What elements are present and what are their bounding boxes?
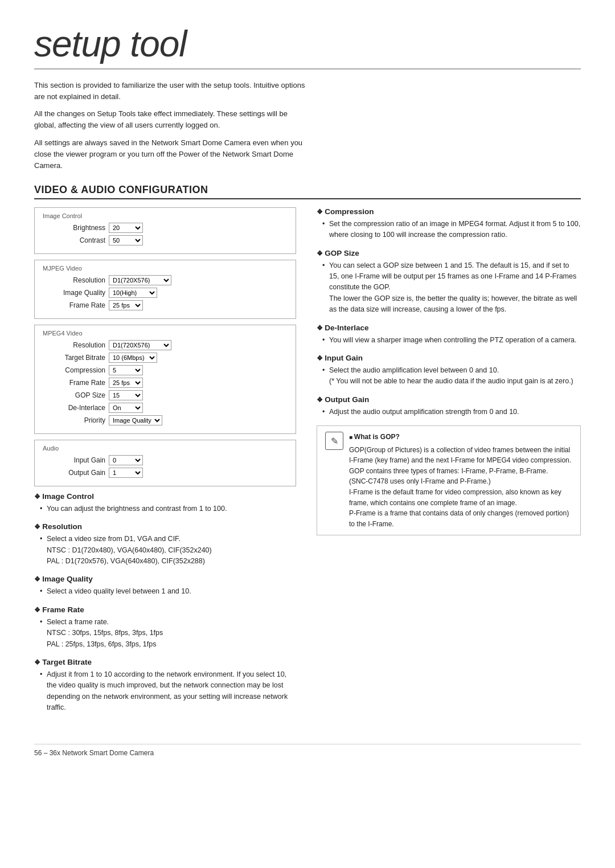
audio-label: Audio (43, 445, 288, 452)
contrast-select[interactable]: 50 (109, 235, 143, 245)
mpeg4-deinterlace-row: De-Interlace On (43, 403, 288, 413)
mjpeg-framerate-select[interactable]: 25 fps (109, 300, 143, 310)
image-control-box-label: Image Control (43, 212, 288, 219)
desc-input-gain-title: Input Gain (317, 354, 581, 362)
note-line-1: GOP(Group of Pictures) is a collection o… (349, 445, 572, 466)
mjpeg-label: MJPEG Video (43, 265, 288, 272)
intro-para2: All the changes on Setup Tools take effe… (34, 108, 308, 131)
outputgain-select[interactable]: 1 (109, 468, 143, 478)
right-column: Compression Set the compression ratio of… (317, 207, 581, 722)
mjpeg-imagequality-label: Image Quality (43, 289, 105, 297)
desc-image-quality-text: Select a video quality level between 1 a… (40, 586, 296, 597)
desc-resolution-text: Select a video size from D1, VGA and CIF… (40, 534, 296, 567)
desc-compression: Compression Set the compression ratio of… (317, 207, 581, 241)
outputgain-label: Output Gain (43, 469, 105, 477)
mpeg4-gopsize-select[interactable]: 15 (109, 390, 143, 400)
desc-output-gain: Output Gain Adjust the audio output ampl… (317, 395, 581, 417)
desc-frame-rate-title: Frame Rate (34, 605, 296, 614)
inputgain-label: Input Gain (43, 456, 105, 464)
desc-de-interlace-title: De-Interlace (317, 324, 581, 332)
mpeg4-video-box: MPEG4 Video Resolution D1(720X576) Targe… (34, 325, 296, 434)
note-content: What is GOP? GOP(Group of Pictures) is a… (349, 432, 572, 529)
desc-frame-rate-text: Select a frame rate.NTSC : 30fps, 15fps,… (40, 617, 296, 650)
desc-gop-size: GOP Size You can select a GOP size betwe… (317, 249, 581, 316)
mjpeg-framerate-label: Frame Rate (43, 301, 105, 309)
mpeg4-gopsize-label: GOP Size (43, 391, 105, 399)
desc-compression-title: Compression (317, 207, 581, 216)
mpeg4-resolution-select[interactable]: D1(720X576) (109, 340, 171, 350)
desc-input-gain: Input Gain Select the audio amplificatio… (317, 354, 581, 387)
note-line-5: P-Frame is a frame that contains data of… (349, 508, 572, 529)
mpeg4-framerate-select[interactable]: 25 fps (109, 378, 143, 388)
mpeg4-priority-select[interactable]: Image Quality (109, 415, 162, 425)
mjpeg-framerate-row: Frame Rate 25 fps (43, 300, 288, 310)
intro-para3: All settings are always saved in the Net… (34, 137, 308, 171)
desc-image-control: Image Control You can adjust the brightn… (34, 492, 296, 514)
desc-output-gain-text: Adjust the audio output amplification st… (322, 407, 581, 417)
mpeg4-framerate-label: Frame Rate (43, 379, 105, 387)
desc-input-gain-text: Select the audio amplification level bet… (322, 365, 581, 387)
desc-de-interlace-text: You will view a sharper image when contr… (322, 335, 581, 346)
desc-image-quality-title: Image Quality (34, 575, 296, 583)
image-control-box: Image Control Brightness 20 Contrast 50 (34, 207, 296, 254)
mpeg4-priority-label: Priority (43, 416, 105, 424)
mpeg4-targetbitrate-row: Target Bitrate 10 (6Mbps) (43, 353, 288, 363)
mjpeg-resolution-row: Resolution D1(720X576) (43, 275, 288, 285)
brightness-select[interactable]: 20 (109, 223, 143, 233)
desc-image-control-text: You can adjust the brightness and contra… (40, 503, 296, 514)
mpeg4-compression-select[interactable]: 5 (109, 365, 143, 375)
mpeg4-framerate-row: Frame Rate 25 fps (43, 378, 288, 388)
inputgain-select[interactable]: 0 (109, 455, 143, 465)
mpeg4-priority-row: Priority Image Quality (43, 415, 288, 425)
mjpeg-imagequality-row: Image Quality 10(High) (43, 288, 288, 298)
note-line-4: I-Frame is the default frame for video c… (349, 487, 572, 508)
contrast-row: Contrast 50 (43, 235, 288, 245)
desc-target-bitrate: Target Bitrate Adjust it from 1 to 10 ac… (34, 658, 296, 714)
desc-target-bitrate-text: Adjust it from 1 to 10 according to the … (40, 669, 296, 714)
desc-de-interlace: De-Interlace You will view a sharper ima… (317, 324, 581, 346)
page-title: setup tool (34, 23, 581, 69)
page-footer: 56 – 36x Network Smart Dome Camera (34, 744, 581, 757)
section-title: VIDEO & AUDIO CONFIGURATION (34, 184, 581, 199)
intro-para1: This section is provided to familiarize … (34, 80, 308, 103)
desc-image-quality: Image Quality Select a video quality lev… (34, 575, 296, 597)
audio-box: Audio Input Gain 0 Output Gain 1 (34, 440, 296, 486)
note-title: What is GOP? (349, 432, 572, 443)
note-box: ✎ What is GOP? GOP(Group of Pictures) is… (317, 425, 581, 535)
desc-frame-rate: Frame Rate Select a frame rate.NTSC : 30… (34, 605, 296, 650)
mjpeg-resolution-select[interactable]: D1(720X576) (109, 275, 171, 285)
mpeg4-resolution-row: Resolution D1(720X576) (43, 340, 288, 350)
mpeg4-resolution-label: Resolution (43, 341, 105, 349)
note-line-3: (SNC-C7478 uses only I-Frame and P-Frame… (349, 476, 572, 487)
outputgain-row: Output Gain 1 (43, 468, 288, 478)
desc-gop-size-title: GOP Size (317, 249, 581, 257)
note-line-2: GOP contains three types of frames: I-Fr… (349, 466, 572, 477)
mpeg4-deinterlace-label: De-Interlace (43, 404, 105, 412)
desc-resolution-title: Resolution (34, 522, 296, 531)
desc-output-gain-title: Output Gain (317, 395, 581, 404)
mpeg4-label: MPEG4 Video (43, 330, 288, 337)
contrast-label: Contrast (43, 236, 105, 244)
mjpeg-video-box: MJPEG Video Resolution D1(720X576) Image… (34, 260, 296, 319)
desc-resolution: Resolution Select a video size from D1, … (34, 522, 296, 567)
left-column: Image Control Brightness 20 Contrast 50 … (34, 207, 296, 722)
mpeg4-targetbitrate-label: Target Bitrate (43, 354, 105, 362)
note-icon: ✎ (325, 432, 343, 450)
desc-target-bitrate-title: Target Bitrate (34, 658, 296, 666)
brightness-row: Brightness 20 (43, 223, 288, 233)
mpeg4-compression-row: Compression 5 (43, 365, 288, 375)
mpeg4-targetbitrate-select[interactable]: 10 (6Mbps) (109, 353, 157, 363)
desc-gop-size-text: You can select a GOP size between 1 and … (322, 260, 581, 316)
mpeg4-deinterlace-select[interactable]: On (109, 403, 143, 413)
inputgain-row: Input Gain 0 (43, 455, 288, 465)
mpeg4-compression-label: Compression (43, 366, 105, 374)
mpeg4-gopsize-row: GOP Size 15 (43, 390, 288, 400)
mjpeg-imagequality-select[interactable]: 10(High) (109, 288, 157, 298)
footer-text: 56 – 36x Network Smart Dome Camera (34, 749, 154, 757)
mjpeg-resolution-label: Resolution (43, 276, 105, 284)
desc-image-control-title: Image Control (34, 492, 296, 501)
desc-compression-text: Set the compression ratio of an image in… (322, 219, 581, 241)
brightness-label: Brightness (43, 224, 105, 232)
